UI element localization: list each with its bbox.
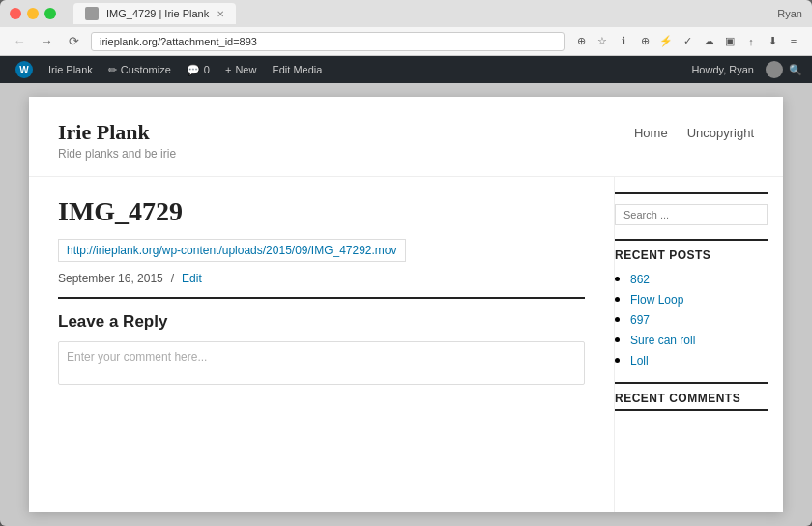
back-button[interactable]: ← [10, 32, 29, 51]
wp-customize-item[interactable]: ✏ Customize [101, 56, 179, 83]
recent-post-link-5[interactable]: Loll [630, 354, 649, 367]
comment-placeholder: Enter your comment here... [67, 350, 207, 364]
recent-post-link-3[interactable]: 697 [630, 313, 650, 327]
wp-admin-bar: W Irie Plank ✏ Customize 💬 0 + New Edit … [0, 56, 812, 83]
plugin-icon[interactable]: ⚡ [657, 33, 675, 50]
user-avatar [766, 61, 783, 78]
search-input[interactable] [615, 204, 768, 225]
site-branding: Irie Plank Ride planks and be irie [58, 120, 176, 161]
tab-title: IMG_4729 | Irie Plank [106, 8, 209, 19]
main-content: IMG_4729 http://irieplank.org/wp-content… [29, 177, 614, 512]
sidebar: RECENT POSTS 862 Flow Loop 697 Sure can … [614, 177, 783, 512]
list-item: 862 [630, 270, 768, 287]
forward-button[interactable]: → [37, 32, 56, 51]
post-date: September 16, 2015 [58, 272, 163, 285]
nav-uncopyright-link[interactable]: Uncopyright [687, 126, 754, 140]
wp-icon-2[interactable]: ⊕ [636, 33, 653, 50]
site-nav: Home Uncopyright [634, 126, 754, 140]
cloud-icon[interactable]: ☁ [700, 33, 717, 50]
comments-count: 0 [204, 64, 210, 75]
monitor-icon[interactable]: ▣ [721, 33, 739, 50]
recent-posts-list: 862 Flow Loop 697 Sure can roll Loll [615, 270, 768, 368]
recent-posts-title: RECENT POSTS [615, 248, 768, 262]
share-icon[interactable]: ↑ [742, 33, 760, 50]
post-link[interactable]: http://irieplank.org/wp-content/uploads/… [58, 239, 406, 262]
tab-favicon [85, 7, 99, 20]
wp-site-name-item[interactable]: Irie Plank [41, 56, 101, 83]
recent-comments-divider [615, 382, 768, 384]
wp-logo-icon: W [15, 61, 33, 78]
list-item: Flow Loop [630, 290, 768, 307]
post-edit-link[interactable]: Edit [182, 272, 202, 285]
search-admin-icon[interactable]: 🔍 [787, 61, 804, 78]
wp-new-item[interactable]: + New [218, 56, 264, 83]
close-button[interactable] [10, 8, 21, 19]
wp-icon[interactable]: ⊕ [572, 33, 590, 50]
recent-comments-bottom-divider [615, 409, 768, 411]
post-title: IMG_4729 [58, 196, 585, 227]
list-item: Sure can roll [630, 331, 768, 348]
refresh-button[interactable]: ⟳ [64, 32, 83, 51]
content-layout: IMG_4729 http://irieplank.org/wp-content… [29, 177, 783, 512]
edit-media-label: Edit Media [272, 64, 322, 75]
recent-post-link-2[interactable]: Flow Loop [630, 293, 683, 307]
customize-icon: ✏ [108, 64, 117, 76]
list-item: Loll [630, 351, 768, 368]
address-text: irieplank.org/?attachment_id=893 [100, 36, 257, 47]
recent-post-link-1[interactable]: 862 [630, 273, 650, 286]
info-icon[interactable]: ℹ [615, 33, 632, 50]
site-header: Irie Plank Ride planks and be irie Home … [29, 97, 783, 177]
comments-icon: 💬 [187, 64, 200, 76]
site-title: Irie Plank [58, 120, 176, 145]
download-icon[interactable]: ⬇ [764, 33, 781, 50]
recent-posts-divider [615, 239, 768, 241]
nav-home-link[interactable]: Home [634, 126, 668, 140]
browser-window: IMG_4729 | Irie Plank ✕ Ryan ← → ⟳ iriep… [0, 0, 812, 526]
menu-icon[interactable]: ≡ [785, 33, 802, 50]
post-date-separator: / [171, 272, 174, 285]
post-divider [58, 297, 585, 299]
minimize-button[interactable] [27, 8, 39, 19]
check-icon[interactable]: ✓ [679, 33, 696, 50]
nav-bar: ← → ⟳ irieplank.org/?attachment_id=893 ⊕… [0, 27, 812, 56]
window-user: Ryan [777, 8, 802, 19]
tab-close-icon[interactable]: ✕ [217, 9, 224, 19]
recent-post-link-4[interactable]: Sure can roll [630, 334, 695, 347]
star-icon[interactable]: ☆ [594, 33, 611, 50]
site-tagline: Ride planks and be irie [58, 147, 176, 161]
browser-content: Irie Plank Ride planks and be irie Home … [0, 83, 812, 526]
maximize-button[interactable] [44, 8, 56, 19]
leave-reply-title: Leave a Reply [58, 312, 585, 332]
howdy-label: Howdy, Ryan [691, 64, 754, 75]
address-bar[interactable]: irieplank.org/?attachment_id=893 [91, 32, 565, 51]
wp-edit-media-item[interactable]: Edit Media [264, 56, 330, 83]
nav-icons: ⊕ ☆ ℹ ⊕ ⚡ ✓ ☁ ▣ ↑ ⬇ ≡ [572, 33, 802, 50]
webpage: Irie Plank Ride planks and be irie Home … [29, 97, 783, 512]
wp-logo-item[interactable]: W [8, 56, 41, 83]
plus-icon: + [225, 64, 231, 75]
wp-comments-item[interactable]: 💬 0 [179, 56, 218, 83]
wp-howdy-item[interactable]: Howdy, Ryan [683, 56, 762, 83]
comment-input[interactable]: Enter your comment here... [58, 341, 585, 385]
title-bar: IMG_4729 | Irie Plank ✕ Ryan [0, 0, 812, 27]
browser-tab[interactable]: IMG_4729 | Irie Plank ✕ [73, 3, 236, 24]
list-item: 697 [630, 310, 768, 328]
new-label: New [235, 64, 256, 75]
customize-label: Customize [121, 64, 171, 75]
post-meta: September 16, 2015 / Edit [58, 272, 585, 285]
sidebar-top-divider [615, 192, 768, 194]
wp-site-name: Irie Plank [48, 64, 93, 75]
recent-comments-title: RECENT COMMENTS [615, 392, 768, 405]
wp-admin-right: Howdy, Ryan 🔍 [683, 56, 804, 83]
tab-bar: IMG_4729 | Irie Plank ✕ [73, 3, 771, 24]
